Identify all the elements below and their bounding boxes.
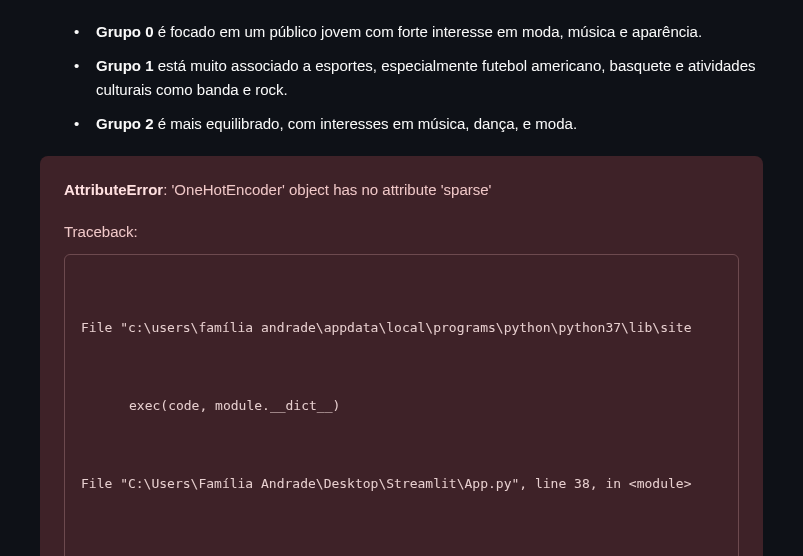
list-item: Grupo 2 é mais equilibrado, com interess… xyxy=(70,112,763,136)
group-description-list: Grupo 0 é focado em um público jovem com… xyxy=(70,20,763,136)
group-text: é mais equilibrado, com interesses em mú… xyxy=(154,115,578,132)
list-item: Grupo 1 está muito associado a esportes,… xyxy=(70,54,763,102)
traceback-code-line: cluster = processar_prever(df) xyxy=(81,550,722,556)
group-label: Grupo 2 xyxy=(96,115,154,132)
error-name: AttributeError xyxy=(64,181,163,198)
traceback-block: File "c:\users\família andrade\appdata\l… xyxy=(64,254,739,556)
error-message: : 'OneHotEncoder' object has no attribut… xyxy=(163,181,491,198)
group-label: Grupo 1 xyxy=(96,57,154,74)
group-text: é focado em um público jovem com forte i… xyxy=(154,23,703,40)
traceback-file-line: File "c:\users\família andrade\appdata\l… xyxy=(81,316,722,339)
group-label: Grupo 0 xyxy=(96,23,154,40)
group-text: está muito associado a esportes, especia… xyxy=(96,57,756,98)
error-title: AttributeError: 'OneHotEncoder' object h… xyxy=(64,178,739,202)
traceback-code-line: exec(code, module.__dict__) xyxy=(81,394,722,417)
list-item: Grupo 0 é focado em um público jovem com… xyxy=(70,20,763,44)
traceback-label: Traceback: xyxy=(64,220,739,244)
error-alert: AttributeError: 'OneHotEncoder' object h… xyxy=(40,156,763,556)
traceback-file-line: File "C:\Users\Família Andrade\Desktop\S… xyxy=(81,472,722,495)
